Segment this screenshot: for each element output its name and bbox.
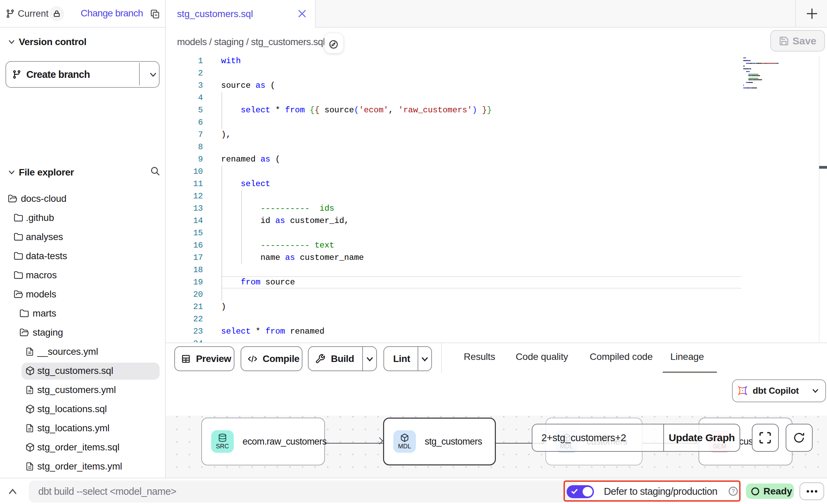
svg-text:?: ? [732,488,735,494]
